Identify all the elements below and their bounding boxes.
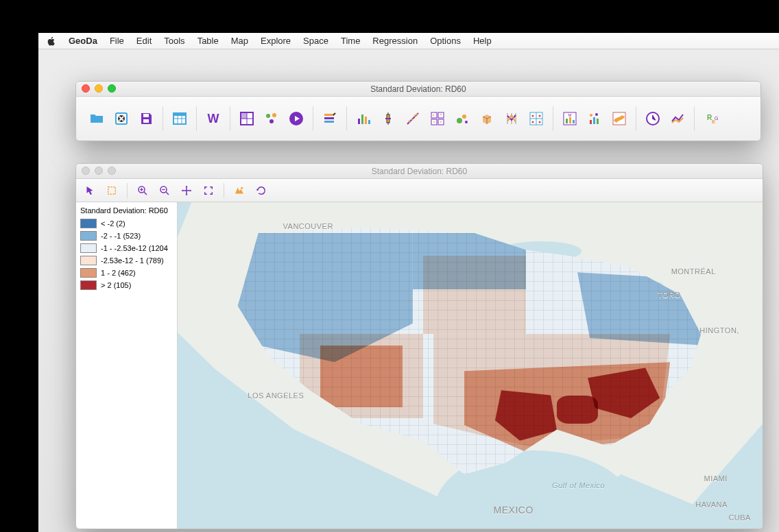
cluster-icon[interactable] <box>259 105 284 132</box>
svg-rect-5 <box>173 113 186 116</box>
zoom-icon[interactable] <box>108 84 116 93</box>
svg-point-70 <box>241 186 243 189</box>
close-icon[interactable] <box>82 84 90 93</box>
map-icon[interactable] <box>235 105 259 132</box>
weights-manager-icon[interactable]: W <box>201 105 226 132</box>
boxplot-icon[interactable] <box>376 105 400 132</box>
menu-regression[interactable]: Regression <box>372 36 418 46</box>
label-cuba: CUBA <box>728 513 751 522</box>
bubble-icon[interactable] <box>450 105 475 132</box>
svg-rect-52 <box>590 120 592 124</box>
legend-row[interactable]: 1 - 2 (462) <box>76 267 177 279</box>
menu-file[interactable]: File <box>110 36 124 46</box>
cube3d-icon[interactable] <box>475 105 499 132</box>
legend-row[interactable]: > 2 (105) <box>76 279 177 291</box>
toolbar-separator <box>163 106 163 131</box>
toolbar-separator <box>636 106 636 131</box>
close-icon[interactable] <box>82 167 90 175</box>
toolbar-separator <box>230 106 230 131</box>
svg-text:M: M <box>568 113 572 117</box>
toolbar-separator <box>553 106 553 131</box>
map-window-titlebar[interactable]: Standard Deviation: RD60 <box>76 164 763 179</box>
basemap-icon[interactable] <box>230 182 249 200</box>
svg-rect-51 <box>573 120 575 123</box>
svg-point-25 <box>411 119 414 121</box>
minimize-icon[interactable] <box>95 84 103 93</box>
svg-point-26 <box>414 115 416 117</box>
minimize-icon[interactable] <box>95 167 103 175</box>
svg-point-35 <box>440 121 442 123</box>
legend-row[interactable]: -2 - -1 (523) <box>76 230 177 242</box>
legend-swatch <box>80 280 97 290</box>
menu-help[interactable]: Help <box>473 36 492 46</box>
menu-tools[interactable]: Tools <box>164 36 184 46</box>
menu-map[interactable]: Map <box>231 36 248 46</box>
pcp-icon[interactable] <box>499 105 524 132</box>
zoom-out-icon[interactable] <box>155 182 174 200</box>
toolbar-separator <box>196 106 197 131</box>
full-extent-icon[interactable] <box>199 182 218 200</box>
mac-menubar: GeoDa File Edit Tools Table Map Explore … <box>38 33 779 49</box>
close-project-icon[interactable] <box>109 105 134 132</box>
legend-swatch <box>80 256 97 265</box>
svg-rect-3 <box>143 119 149 123</box>
legend-row[interactable]: -1 - -2.53e-12 (1204 <box>76 242 177 254</box>
svg-point-38 <box>465 121 468 123</box>
menu-options[interactable]: Options <box>430 36 461 46</box>
table-icon[interactable] <box>167 105 192 132</box>
legend-swatch <box>80 231 97 241</box>
svg-point-46 <box>539 121 541 123</box>
zoom-in-icon[interactable] <box>133 182 152 200</box>
regression-icon[interactable]: REG <box>699 105 723 132</box>
menu-explore[interactable]: Explore <box>261 36 291 46</box>
legend-swatch <box>80 243 97 253</box>
svg-rect-13 <box>324 117 334 119</box>
app-name[interactable]: GeoDa <box>69 36 97 46</box>
conditional-plot-icon[interactable] <box>524 105 549 132</box>
averages-chart-icon[interactable] <box>665 105 690 132</box>
histogram-icon[interactable] <box>351 105 376 132</box>
svg-point-33 <box>440 114 442 115</box>
map-canvas[interactable]: VANCOUVER MONTRÉAL TORO HINGTON, LOS ANG… <box>178 202 763 529</box>
scatter-icon[interactable] <box>400 105 425 132</box>
pan-icon[interactable] <box>177 182 196 200</box>
svg-rect-16 <box>361 114 363 124</box>
legend-panel: Standard Deviation: RD60 < -2 (2)-2 - -1… <box>76 202 178 529</box>
svg-point-56 <box>595 113 598 116</box>
svg-rect-15 <box>358 119 360 124</box>
svg-rect-18 <box>368 120 370 124</box>
svg-rect-2 <box>143 114 149 117</box>
menu-edit[interactable]: Edit <box>136 36 152 46</box>
toolbar-separator <box>694 106 695 131</box>
legend-label: -2 - -1 (523) <box>101 232 141 240</box>
zoom-icon[interactable] <box>108 167 116 175</box>
legend-label: -2.53e-12 - 1 (789) <box>101 256 164 265</box>
map-toolbar <box>76 179 763 202</box>
toolbar-window-title: Standard Deviation: RD60 <box>370 84 466 94</box>
refresh-icon[interactable] <box>252 182 271 200</box>
legend-row[interactable]: < -2 (2) <box>76 217 177 230</box>
moran-icon[interactable]: M <box>558 105 582 132</box>
apple-menu-icon[interactable] <box>47 36 56 46</box>
svg-rect-53 <box>593 117 595 124</box>
label-havana: HAVANA <box>695 500 728 509</box>
toolbar-window-titlebar[interactable]: Standard Deviation: RD60 <box>76 82 760 97</box>
legend-row[interactable]: -2.53e-12 - 1 (789) <box>76 254 177 267</box>
cartogram-icon[interactable] <box>607 105 632 132</box>
menu-time[interactable]: Time <box>341 36 360 46</box>
open-folder-icon[interactable] <box>84 105 109 132</box>
scatter-matrix-icon[interactable] <box>425 105 450 132</box>
menu-table[interactable]: Table <box>197 36 219 46</box>
svg-rect-54 <box>597 119 599 124</box>
save-icon[interactable] <box>134 105 158 132</box>
svg-point-8 <box>266 114 270 118</box>
category-editor-icon[interactable] <box>317 105 342 132</box>
lisa-icon[interactable] <box>582 105 607 132</box>
svg-point-44 <box>539 115 541 117</box>
clock-icon[interactable] <box>640 105 665 132</box>
menu-space[interactable]: Space <box>303 36 328 46</box>
select-rect-icon[interactable] <box>102 182 121 200</box>
play-icon[interactable] <box>284 105 309 132</box>
pointer-icon[interactable] <box>80 182 99 200</box>
svg-rect-50 <box>569 117 571 123</box>
